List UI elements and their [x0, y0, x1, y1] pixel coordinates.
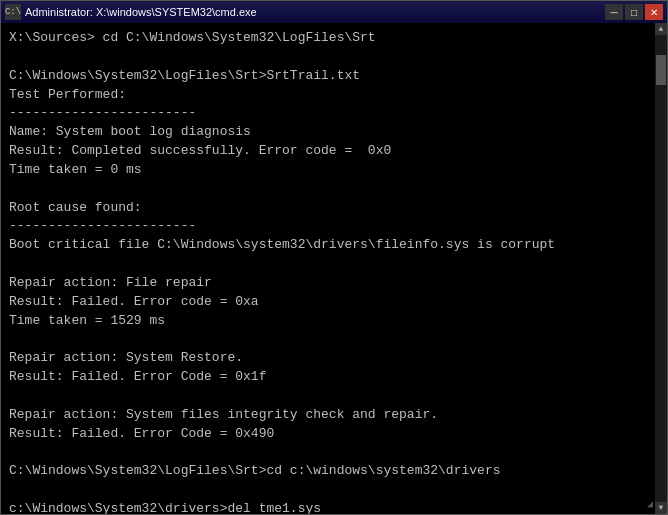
minimize-button[interactable]: ─ [605, 4, 623, 20]
title-bar: C:\ Administrator: X:\windows\SYSTEM32\c… [1, 1, 667, 23]
scrollbar[interactable]: ▲ ▼ [655, 23, 667, 514]
cmd-icon: C:\ [5, 4, 21, 20]
title-bar-left: C:\ Administrator: X:\windows\SYSTEM32\c… [5, 4, 257, 20]
close-button[interactable]: ✕ [645, 4, 663, 20]
cmd-window: C:\ Administrator: X:\windows\SYSTEM32\c… [0, 0, 668, 515]
scroll-up[interactable]: ▲ [655, 23, 667, 35]
scroll-down[interactable]: ▼ [655, 502, 667, 514]
maximize-button[interactable]: □ [625, 4, 643, 20]
title-bar-buttons: ─ □ ✕ [605, 4, 663, 20]
terminal-content: X:\Sources> cd C:\Windows\System32\LogFi… [9, 29, 659, 514]
terminal-body[interactable]: X:\Sources> cd C:\Windows\System32\LogFi… [1, 23, 667, 514]
scroll-thumb[interactable] [656, 55, 666, 85]
resize-handle[interactable]: ◢ [647, 498, 653, 513]
window-title: Administrator: X:\windows\SYSTEM32\cmd.e… [25, 6, 257, 18]
